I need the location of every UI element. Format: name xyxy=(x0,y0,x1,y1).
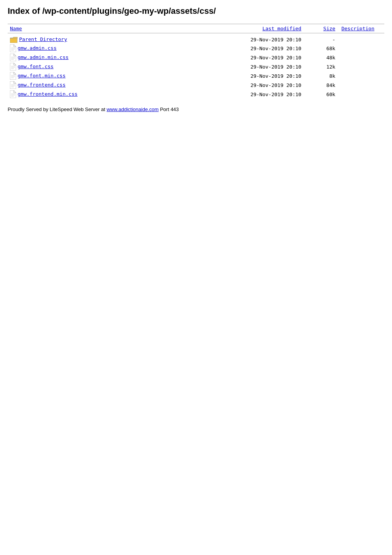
file-description-cell xyxy=(339,33,384,44)
column-header-modified: Last modified xyxy=(234,24,309,33)
table-row: gmw.font.min.css29-Nov-2019 20:108k xyxy=(8,71,384,80)
file-modified-cell: 29-Nov-2019 20:10 xyxy=(234,44,309,53)
table-row: gmw.admin.min.css29-Nov-2019 20:1048k xyxy=(8,53,384,62)
svg-marker-13 xyxy=(10,72,16,80)
file-link[interactable]: gmw.admin.css xyxy=(18,45,57,51)
sort-modified-link[interactable]: Last modified xyxy=(262,26,301,31)
sort-name-link[interactable]: Name xyxy=(10,26,22,31)
file-size-cell: - xyxy=(309,33,339,44)
svg-marker-21 xyxy=(10,90,16,98)
file-icon xyxy=(10,81,16,89)
file-size-cell: 60k xyxy=(309,90,339,99)
table-row: gmw.frontend.css29-Nov-2019 20:1084k xyxy=(8,80,384,90)
file-icon xyxy=(10,54,16,61)
footer-link[interactable]: www.addictionaide.com xyxy=(106,106,158,112)
file-name-cell: gmw.font.min.css xyxy=(8,71,234,80)
file-name-cell: gmw.frontend.min.css xyxy=(8,90,234,99)
svg-marker-9 xyxy=(10,63,16,70)
svg-marker-5 xyxy=(10,54,16,61)
footer: Proudly Served by LiteSpeed Web Server a… xyxy=(8,106,384,112)
file-name-cell: gmw.admin.css xyxy=(8,44,234,53)
file-size-cell: 68k xyxy=(309,44,339,53)
file-modified-cell: 29-Nov-2019 20:10 xyxy=(234,53,309,62)
file-size-cell: 12k xyxy=(309,62,339,71)
file-description-cell xyxy=(339,80,384,90)
file-link[interactable]: gmw.font.min.css xyxy=(18,73,65,79)
file-name-cell: gmw.font.css xyxy=(8,62,234,71)
table-row: gmw.admin.css29-Nov-2019 20:1068k xyxy=(8,44,384,53)
footer-text-after: Port 443 xyxy=(158,106,179,112)
footer-text-before: Proudly Served by LiteSpeed Web Server a… xyxy=(8,106,106,112)
file-modified-cell: 29-Nov-2019 20:10 xyxy=(234,71,309,80)
file-modified-cell: 29-Nov-2019 20:10 xyxy=(234,33,309,44)
file-modified-cell: 29-Nov-2019 20:10 xyxy=(234,90,309,99)
file-icon xyxy=(10,44,16,52)
page-title: Index of /wp-content/plugins/geo-my-wp/a… xyxy=(8,6,384,16)
file-icon xyxy=(10,90,16,98)
file-name-cell: Parent Directory xyxy=(8,33,234,44)
svg-rect-0 xyxy=(10,38,17,43)
file-size-cell: 8k xyxy=(309,71,339,80)
file-link[interactable]: gmw.admin.min.css xyxy=(18,54,69,60)
file-link[interactable]: Parent Directory xyxy=(19,36,67,42)
column-header-name: Name xyxy=(8,24,234,33)
file-modified-cell: 29-Nov-2019 20:10 xyxy=(234,80,309,90)
file-link[interactable]: gmw.font.css xyxy=(18,64,54,69)
table-row: gmw.font.css29-Nov-2019 20:1012k xyxy=(8,62,384,71)
file-size-cell: 48k xyxy=(309,53,339,62)
table-row: gmw.frontend.min.css29-Nov-2019 20:1060k xyxy=(8,90,384,99)
svg-marker-17 xyxy=(10,81,16,89)
sort-desc-link[interactable]: Description xyxy=(341,26,374,31)
file-icon xyxy=(10,63,16,70)
sort-size-link[interactable]: Size xyxy=(323,26,335,31)
table-row: Parent Directory29-Nov-2019 20:10- xyxy=(8,33,384,44)
file-description-cell xyxy=(339,53,384,62)
file-icon xyxy=(10,72,16,80)
file-modified-cell: 29-Nov-2019 20:10 xyxy=(234,62,309,71)
file-listing-table: Name Last modified Size Description Pare… xyxy=(8,24,384,99)
file-description-cell xyxy=(339,44,384,53)
file-name-cell: gmw.admin.min.css xyxy=(8,53,234,62)
file-size-cell: 84k xyxy=(309,80,339,90)
column-header-description: Description xyxy=(339,24,384,33)
folder-icon xyxy=(10,36,18,43)
file-name-cell: gmw.frontend.css xyxy=(8,80,234,90)
table-header-row: Name Last modified Size Description xyxy=(8,24,384,33)
file-link[interactable]: gmw.frontend.css xyxy=(18,82,65,88)
column-header-size: Size xyxy=(309,24,339,33)
file-link[interactable]: gmw.frontend.min.css xyxy=(18,91,78,97)
file-description-cell xyxy=(339,90,384,99)
file-description-cell xyxy=(339,62,384,71)
svg-marker-1 xyxy=(10,44,16,52)
file-description-cell xyxy=(339,71,384,80)
